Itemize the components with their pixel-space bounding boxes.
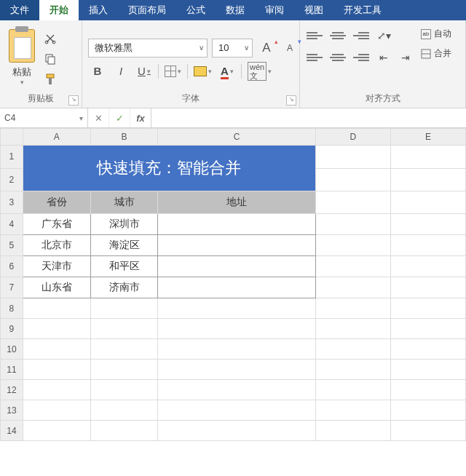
cell[interactable]	[390, 191, 465, 214]
title-cell[interactable]: 快速填充：智能合并	[23, 146, 315, 191]
tab-review[interactable]: 审阅	[255, 0, 294, 20]
align-center-button[interactable]	[329, 49, 347, 66]
cell[interactable]	[315, 400, 390, 421]
cell[interactable]	[158, 235, 315, 256]
name-box[interactable]: C4 ▾	[0, 108, 88, 127]
orientation-button[interactable]: ⤢▾	[376, 28, 392, 43]
align-left-button[interactable]	[306, 49, 323, 66]
tab-data[interactable]: 数据	[216, 0, 255, 20]
font-dialog-expander[interactable]: ↘	[286, 95, 296, 106]
cell[interactable]	[23, 421, 90, 441]
cell[interactable]	[315, 256, 390, 277]
format-painter-button[interactable]	[42, 71, 58, 87]
cell[interactable]: 北京市	[23, 235, 90, 256]
cell[interactable]	[390, 400, 465, 421]
cell[interactable]	[158, 421, 315, 441]
cut-button[interactable]	[42, 31, 58, 47]
grow-font-button[interactable]: A ▴	[257, 40, 276, 56]
column-header[interactable]: E	[390, 129, 465, 146]
italic-button[interactable]: I	[111, 63, 130, 79]
cell[interactable]	[23, 298, 90, 319]
cell[interactable]	[390, 214, 465, 235]
row-header[interactable]: 9	[1, 319, 23, 339]
spreadsheet[interactable]: A B C D E 1快速填充：智能合并23省份城市地址4广东省深圳市5北京市海…	[0, 128, 466, 476]
cell[interactable]	[390, 380, 465, 400]
cell[interactable]	[158, 339, 315, 360]
select-all-corner[interactable]	[1, 129, 23, 146]
cell[interactable]	[315, 168, 390, 191]
formula-enter-button[interactable]: ✓	[109, 108, 130, 127]
cell[interactable]	[158, 277, 315, 298]
table-header-cell[interactable]: 城市	[90, 191, 158, 214]
column-header[interactable]: C	[158, 129, 315, 146]
cell[interactable]	[158, 360, 315, 380]
shrink-font-button[interactable]: A ▾	[280, 40, 299, 56]
cell[interactable]	[23, 339, 90, 360]
phonetic-button[interactable]: wén文	[246, 63, 273, 79]
decrease-indent-button[interactable]: ⇤	[376, 50, 392, 65]
row-header[interactable]: 7	[1, 277, 23, 298]
cell[interactable]	[390, 256, 465, 277]
cell[interactable]	[315, 360, 390, 380]
cell[interactable]	[158, 319, 315, 339]
copy-button[interactable]	[42, 51, 58, 67]
row-header[interactable]: 12	[1, 380, 23, 400]
font-color-button[interactable]: A	[218, 63, 237, 79]
cell[interactable]	[390, 298, 465, 319]
formula-input[interactable]	[151, 108, 466, 127]
cell[interactable]: 和平区	[90, 256, 158, 277]
cell[interactable]: 济南市	[90, 277, 158, 298]
row-header[interactable]: 4	[1, 214, 23, 235]
tab-insert[interactable]: 插入	[79, 0, 118, 20]
cell[interactable]	[90, 421, 158, 441]
wrap-text-button[interactable]: ab 自动	[421, 28, 451, 40]
tab-home[interactable]: 开始	[39, 0, 79, 20]
cell[interactable]	[390, 339, 465, 360]
tab-view[interactable]: 视图	[294, 0, 333, 20]
cell[interactable]	[158, 400, 315, 421]
cell[interactable]: 天津市	[23, 256, 90, 277]
row-header[interactable]: 1	[1, 146, 23, 169]
cell[interactable]	[23, 400, 90, 421]
column-header[interactable]: B	[90, 129, 158, 146]
bold-button[interactable]: B	[88, 63, 107, 79]
insert-function-button[interactable]: fx	[130, 108, 151, 127]
cell[interactable]	[315, 191, 390, 214]
cell[interactable]	[315, 319, 390, 339]
row-header[interactable]: 6	[1, 256, 23, 277]
cell[interactable]	[315, 421, 390, 441]
cell[interactable]	[90, 400, 158, 421]
cell[interactable]: 海淀区	[90, 235, 158, 256]
cell[interactable]	[390, 168, 465, 191]
cell[interactable]	[390, 235, 465, 256]
table-header-cell[interactable]: 地址	[158, 191, 315, 214]
underline-button[interactable]: U	[135, 63, 154, 79]
cell[interactable]	[90, 339, 158, 360]
row-header[interactable]: 8	[1, 298, 23, 319]
merge-cells-button[interactable]: 合并	[421, 47, 451, 60]
cell[interactable]	[23, 319, 90, 339]
row-header[interactable]: 5	[1, 235, 23, 256]
row-header[interactable]: 13	[1, 400, 23, 421]
cell[interactable]	[390, 360, 465, 380]
tab-page-layout[interactable]: 页面布局	[118, 0, 176, 20]
align-bottom-button[interactable]	[352, 28, 370, 44]
cell[interactable]	[315, 214, 390, 235]
align-middle-button[interactable]	[329, 28, 347, 44]
fill-color-button[interactable]	[192, 63, 213, 79]
borders-button[interactable]	[163, 63, 183, 79]
cell[interactable]: 广东省	[23, 214, 90, 235]
row-header[interactable]: 14	[1, 421, 23, 441]
cell[interactable]	[315, 298, 390, 319]
cell[interactable]	[158, 256, 315, 277]
cell[interactable]	[390, 319, 465, 339]
row-header[interactable]: 10	[1, 339, 23, 360]
cell[interactable]	[315, 146, 390, 169]
cell[interactable]	[90, 380, 158, 400]
row-header[interactable]: 11	[1, 360, 23, 380]
cell[interactable]	[315, 380, 390, 400]
cell[interactable]: 深圳市	[90, 214, 158, 235]
increase-indent-button[interactable]: ⇥	[398, 50, 414, 65]
font-size-combo[interactable]: 10 ∨	[212, 39, 253, 57]
cell[interactable]	[158, 298, 315, 319]
